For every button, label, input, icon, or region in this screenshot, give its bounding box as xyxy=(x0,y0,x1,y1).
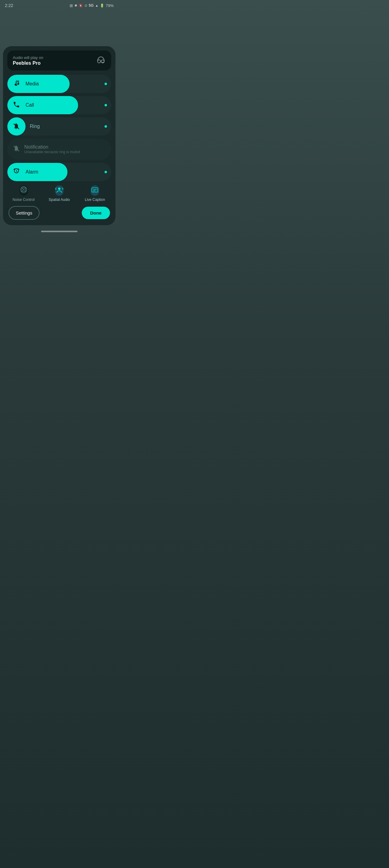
battery-percent: 79% xyxy=(106,3,114,8)
network-label: 5G xyxy=(89,3,94,8)
alarm-volume-slider[interactable]: Alarm xyxy=(7,163,111,181)
alarm-label: Alarm xyxy=(26,169,38,175)
media-icon xyxy=(7,80,26,88)
glasses-icon: ⊞ xyxy=(70,3,73,8)
spatial-audio-button[interactable] xyxy=(55,185,64,196)
battery-icon: 🔋 xyxy=(100,4,104,8)
noise-control-button[interactable] xyxy=(20,185,28,196)
quick-actions: Noise Control Spatial Audio xyxy=(7,185,111,202)
ring-label: Ring xyxy=(30,124,40,129)
notification-label: Notification xyxy=(24,144,80,150)
notification-row: Notification Unavailable because ring is… xyxy=(7,138,111,160)
noise-control-icon xyxy=(20,185,28,196)
status-icons: ⊞ ✱ 🔇 ⊙ 5G ▲ 🔋 79% xyxy=(70,3,114,8)
call-dot xyxy=(104,104,107,106)
bottom-buttons: Settings Done xyxy=(7,206,111,220)
notification-sublabel: Unavailable because ring is muted xyxy=(24,150,80,154)
noise-control-wrapper: Noise Control xyxy=(7,185,40,202)
call-volume-slider[interactable]: Call xyxy=(7,96,111,114)
settings-button[interactable]: Settings xyxy=(8,206,39,220)
svg-point-5 xyxy=(17,83,19,85)
main-panel: Audio will play on Peebles Pro Media xyxy=(3,46,116,225)
call-label: Call xyxy=(26,102,34,108)
done-button[interactable]: Done xyxy=(82,207,110,219)
live-caption-wrapper: Live Caption xyxy=(79,185,111,202)
live-caption-icon xyxy=(91,185,99,196)
home-bar xyxy=(41,231,77,232)
ring-volume-slider[interactable]: Ring xyxy=(7,117,111,135)
bluetooth-icon: ✱ xyxy=(74,4,77,8)
call-icon xyxy=(7,101,26,110)
svg-rect-12 xyxy=(92,188,98,192)
audio-device-text: Audio will play on Peebles Pro xyxy=(13,55,43,66)
media-dot xyxy=(104,83,107,85)
notification-mute-icon xyxy=(13,145,20,154)
status-bar: 2:22 ⊞ ✱ 🔇 ⊙ 5G ▲ 🔋 79% xyxy=(0,0,119,10)
signal-icon: ▲ xyxy=(95,4,98,7)
cast-icon: ⊙ xyxy=(85,4,87,8)
live-caption-button[interactable] xyxy=(91,185,99,196)
spatial-audio-label: Spatial Audio xyxy=(48,197,70,202)
noise-control-label: Noise Control xyxy=(12,197,35,202)
alarm-icon xyxy=(7,168,26,177)
spatial-audio-icon xyxy=(55,185,64,196)
notification-text: Notification Unavailable because ring is… xyxy=(24,144,80,154)
ring-mute-icon xyxy=(7,117,26,135)
audio-device-name: Peebles Pro xyxy=(13,60,43,66)
svg-point-3 xyxy=(103,62,104,63)
svg-point-10 xyxy=(23,189,24,190)
ring-dot xyxy=(104,125,107,128)
mute-icon: 🔇 xyxy=(79,4,83,8)
status-time: 2:22 xyxy=(5,3,13,8)
svg-point-11 xyxy=(58,188,61,190)
home-indicator xyxy=(0,228,119,234)
media-volume-slider[interactable]: Media xyxy=(7,75,111,93)
alarm-dot xyxy=(104,171,107,173)
svg-point-4 xyxy=(15,84,17,86)
live-caption-label: Live Caption xyxy=(85,197,105,202)
spatial-audio-wrapper: Spatial Audio xyxy=(43,185,75,202)
headphone-icon[interactable] xyxy=(96,55,106,66)
audio-will-play-label: Audio will play on xyxy=(13,55,43,60)
media-label: Media xyxy=(26,81,39,87)
svg-point-0 xyxy=(98,60,101,63)
audio-device-card: Audio will play on Peebles Pro xyxy=(7,51,111,70)
